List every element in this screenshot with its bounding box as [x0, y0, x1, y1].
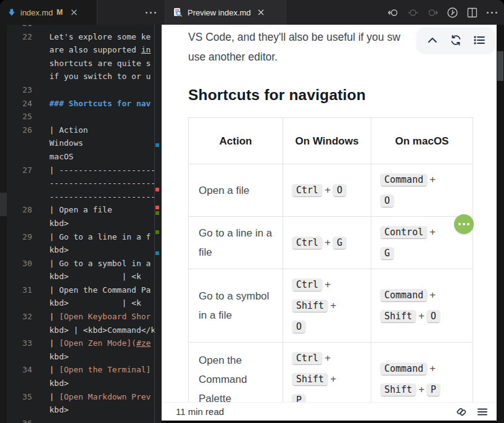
- code-line[interactable]: 35| [Open Markdown Prev: [0, 390, 162, 404]
- action-cell: Go to a line in a file: [189, 217, 283, 269]
- code-text: kbd>: [49, 243, 68, 257]
- code-line[interactable]: kbd>: [0, 403, 162, 417]
- code-text: macOS: [49, 150, 73, 164]
- plus-separator: +: [429, 289, 436, 301]
- more-tabs-icon[interactable]: [146, 12, 156, 14]
- code-line[interactable]: 25: [0, 110, 162, 124]
- code-text: are also supported in: [49, 43, 151, 57]
- code-line[interactable]: 31| Open the Command Pa: [0, 283, 162, 297]
- code-line[interactable]: kbd>: [0, 243, 162, 257]
- code-line[interactable]: 22Let's explore some ke: [0, 30, 162, 44]
- tab-group-spacer: [97, 0, 165, 25]
- code-line[interactable]: ----------------------: [0, 177, 162, 190]
- code-line[interactable]: kbd>: [0, 377, 162, 390]
- kbd-key: Command: [380, 362, 428, 375]
- shortcut-keys-cell: Command+O: [371, 164, 473, 217]
- markdown-preview-icon: [173, 7, 183, 17]
- editor-pane[interactable]: 2122Let's explore some keare also suppor…: [0, 25, 162, 423]
- assistant-fab-button[interactable]: [454, 214, 474, 234]
- vscode-window: index.md M Preview index.md: [0, 0, 504, 423]
- table-row: Go to a line in a fileCtrl+GControl+G: [189, 217, 473, 269]
- code-line[interactable]: 34| [Open the Terminal]: [0, 363, 162, 377]
- table-row: Go to a symbol in a fileCtrl+Shift+OComm…: [189, 269, 473, 343]
- navigate-forward-icon[interactable]: [427, 7, 439, 19]
- code-line[interactable]: 24### Shortcuts for nav: [0, 97, 162, 111]
- code-line[interactable]: kbd>: [0, 350, 162, 364]
- gutter-scroll-thumb[interactable]: [0, 193, 7, 216]
- code-line[interactable]: 28| Open a file: [0, 203, 162, 217]
- code-text: Windows: [49, 136, 83, 150]
- code-text: if you switch to or u: [49, 70, 151, 83]
- action-cell: Open a file: [189, 164, 283, 217]
- plus-separator: +: [418, 383, 424, 395]
- run-icon[interactable]: [447, 7, 458, 19]
- code-text: ### Shortcuts for nav: [49, 97, 151, 111]
- menu-icon[interactable]: [476, 405, 489, 419]
- code-line[interactable]: kbd> | <k: [0, 296, 162, 310]
- close-tab-icon[interactable]: [69, 7, 79, 17]
- kbd-key: G: [380, 247, 394, 259]
- code-line[interactable]: shortcuts are quite s: [0, 57, 162, 70]
- link-icon[interactable]: [455, 405, 468, 419]
- shortcut-keys-cell: Ctrl+O: [283, 164, 371, 217]
- read-time-label: 11 min read: [176, 406, 224, 417]
- ruler-decoration: [155, 211, 159, 215]
- code-line[interactable]: Windows: [0, 136, 162, 150]
- code-text: | Go to a line in a f: [49, 230, 151, 244]
- kbd-key: P: [426, 383, 440, 396]
- ruler-decoration: [155, 206, 159, 209]
- shortcut-keys-cell: Ctrl+G: [283, 217, 371, 269]
- code-line[interactable]: 32| [Open Keyboard Shor: [0, 310, 162, 324]
- code-text: Let's explore some ke: [49, 30, 151, 44]
- code-text: | [Open the Terminal]: [49, 363, 151, 377]
- code-line[interactable]: macOS: [0, 150, 162, 164]
- code-line[interactable]: 23: [0, 83, 162, 97]
- code-line[interactable]: are also supported in: [0, 43, 162, 57]
- code-area[interactable]: 2122Let's explore some keare also suppor…: [0, 25, 162, 423]
- navigate-back-icon[interactable]: [387, 7, 399, 19]
- tab-title: index.md: [20, 8, 53, 17]
- kbd-key: Ctrl: [292, 352, 323, 364]
- kbd-key: Shift: [292, 299, 328, 312]
- navigate-position-icon[interactable]: [407, 7, 419, 19]
- code-line[interactable]: kbd> | <k: [0, 270, 162, 283]
- kbd-key: Command: [380, 174, 428, 186]
- code-text: kbd>: [49, 217, 68, 230]
- markdown-preview-pane: VS Code, and they'll also be useful if y…: [162, 25, 497, 421]
- code-line[interactable]: if you switch to or u: [0, 70, 162, 83]
- plus-separator: +: [324, 237, 331, 248]
- ruler-decoration: [155, 251, 159, 255]
- section-heading: Shortcuts for navigation: [188, 86, 366, 104]
- close-tab-icon[interactable]: [256, 7, 266, 17]
- kbd-key: Shift: [380, 383, 416, 396]
- code-line[interactable]: 21: [0, 25, 162, 30]
- plus-separator: +: [418, 310, 424, 322]
- preview-footer-bar: 11 min read: [162, 402, 497, 421]
- code-line[interactable]: 36: [0, 417, 162, 423]
- modified-badge: M: [57, 8, 63, 17]
- code-line[interactable]: 33| [Open Zen Mode](#ze: [0, 337, 162, 350]
- split-editor-icon[interactable]: [466, 7, 478, 19]
- window-bottom-edge: [162, 421, 497, 423]
- scrollbar-thumb[interactable]: [497, 51, 503, 81]
- code-text: | [Open Keyboard Shor: [49, 310, 151, 324]
- code-line[interactable]: 29| Go to a line in a f: [0, 230, 162, 244]
- code-text: kbd> | <kbd>Command</k: [49, 324, 155, 337]
- tab-preview-index-md[interactable]: Preview index.md: [165, 0, 286, 25]
- editor-actions: [387, 0, 498, 25]
- code-line[interactable]: ----------------------: [0, 190, 162, 204]
- outline-list-icon[interactable]: [472, 33, 487, 48]
- kbd-key: O: [333, 184, 347, 196]
- code-line[interactable]: 26| Action: [0, 124, 162, 137]
- code-line[interactable]: kbd> | <kbd>Command</k: [0, 324, 162, 337]
- code-line[interactable]: 30| Go to a symbol in a: [0, 257, 162, 270]
- tab-index-md[interactable]: index.md M: [0, 0, 97, 25]
- preview-scrollbar[interactable]: [497, 25, 504, 423]
- tab-title: Preview index.md: [188, 8, 251, 17]
- refresh-icon[interactable]: [448, 33, 463, 48]
- plus-separator: +: [429, 362, 436, 374]
- code-line[interactable]: 27| --------------------: [0, 164, 162, 177]
- collapse-up-icon[interactable]: [425, 33, 440, 48]
- more-actions-icon[interactable]: [486, 7, 498, 19]
- code-line[interactable]: kbd>: [0, 217, 162, 230]
